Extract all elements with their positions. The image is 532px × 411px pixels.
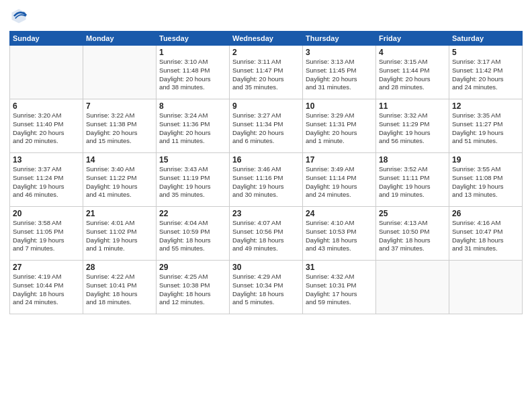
calendar-week-3: 13Sunrise: 3:37 AM Sunset: 11:24 PM Dayl… bbox=[10, 153, 523, 207]
day-number: 8 bbox=[159, 101, 226, 111]
day-info: Sunrise: 3:52 AM Sunset: 11:11 PM Daylig… bbox=[379, 165, 446, 199]
day-number: 28 bbox=[86, 263, 153, 272]
calendar-week-5: 27Sunrise: 4:19 AM Sunset: 10:44 PM Dayl… bbox=[10, 261, 523, 314]
day-info: Sunrise: 3:32 AM Sunset: 11:29 PM Daylig… bbox=[379, 111, 446, 146]
day-number: 26 bbox=[452, 209, 519, 218]
calendar-cell: 18Sunrise: 3:52 AM Sunset: 11:11 PM Dayl… bbox=[376, 153, 449, 207]
calendar-cell: 21Sunrise: 4:01 AM Sunset: 11:02 PM Dayl… bbox=[83, 207, 157, 261]
day-info: Sunrise: 3:55 AM Sunset: 11:08 PM Daylig… bbox=[452, 165, 519, 199]
calendar-cell bbox=[83, 46, 157, 99]
col-thursday: Thursday bbox=[303, 32, 376, 46]
day-info: Sunrise: 3:46 AM Sunset: 11:16 PM Daylig… bbox=[232, 165, 300, 199]
day-info: Sunrise: 4:25 AM Sunset: 10:38 PM Daylig… bbox=[159, 273, 226, 307]
day-number: 15 bbox=[159, 155, 226, 165]
day-number: 1 bbox=[159, 48, 226, 57]
day-number: 14 bbox=[86, 155, 153, 165]
calendar-week-2: 6Sunrise: 3:20 AM Sunset: 11:40 PM Dayli… bbox=[10, 99, 523, 153]
calendar-week-4: 20Sunrise: 3:58 AM Sunset: 11:05 PM Dayl… bbox=[10, 207, 523, 261]
day-info: Sunrise: 3:43 AM Sunset: 11:19 PM Daylig… bbox=[159, 165, 226, 199]
day-number: 22 bbox=[159, 209, 226, 218]
day-number: 20 bbox=[13, 209, 80, 218]
calendar-cell bbox=[449, 261, 523, 314]
calendar-cell: 12Sunrise: 3:35 AM Sunset: 11:27 PM Dayl… bbox=[449, 99, 523, 153]
calendar-cell: 16Sunrise: 3:46 AM Sunset: 11:16 PM Dayl… bbox=[230, 153, 303, 207]
day-number: 24 bbox=[306, 209, 373, 218]
calendar-cell: 28Sunrise: 4:22 AM Sunset: 10:41 PM Dayl… bbox=[83, 261, 157, 314]
calendar-table: Sunday Monday Tuesday Wednesday Thursday… bbox=[9, 31, 523, 314]
calendar-cell: 14Sunrise: 3:40 AM Sunset: 11:22 PM Dayl… bbox=[83, 153, 157, 207]
day-info: Sunrise: 4:07 AM Sunset: 10:56 PM Daylig… bbox=[232, 219, 300, 253]
day-info: Sunrise: 4:32 AM Sunset: 10:31 PM Daylig… bbox=[306, 273, 373, 307]
calendar-cell: 4Sunrise: 3:15 AM Sunset: 11:44 PM Dayli… bbox=[376, 46, 449, 99]
calendar-header-row: Sunday Monday Tuesday Wednesday Thursday… bbox=[10, 32, 523, 46]
calendar-cell: 7Sunrise: 3:22 AM Sunset: 11:38 PM Dayli… bbox=[83, 99, 157, 153]
day-info: Sunrise: 3:37 AM Sunset: 11:24 PM Daylig… bbox=[13, 165, 80, 199]
day-info: Sunrise: 4:22 AM Sunset: 10:41 PM Daylig… bbox=[86, 273, 153, 307]
col-tuesday: Tuesday bbox=[157, 32, 230, 46]
calendar-cell: 3Sunrise: 3:13 AM Sunset: 11:45 PM Dayli… bbox=[303, 46, 376, 99]
day-info: Sunrise: 4:19 AM Sunset: 10:44 PM Daylig… bbox=[13, 273, 80, 307]
day-number: 3 bbox=[306, 48, 373, 57]
day-number: 30 bbox=[232, 263, 300, 272]
calendar-cell: 9Sunrise: 3:27 AM Sunset: 11:34 PM Dayli… bbox=[230, 99, 303, 153]
page-header bbox=[9, 7, 523, 26]
calendar-cell: 26Sunrise: 4:16 AM Sunset: 10:47 PM Dayl… bbox=[449, 207, 523, 261]
day-number: 10 bbox=[306, 101, 373, 111]
col-wednesday: Wednesday bbox=[230, 32, 303, 46]
day-number: 2 bbox=[232, 48, 300, 57]
calendar-cell: 10Sunrise: 3:29 AM Sunset: 11:31 PM Dayl… bbox=[303, 99, 376, 153]
day-info: Sunrise: 3:24 AM Sunset: 11:36 PM Daylig… bbox=[159, 111, 226, 146]
day-info: Sunrise: 3:11 AM Sunset: 11:47 PM Daylig… bbox=[232, 58, 300, 92]
day-info: Sunrise: 3:29 AM Sunset: 11:31 PM Daylig… bbox=[306, 111, 373, 146]
day-info: Sunrise: 3:17 AM Sunset: 11:42 PM Daylig… bbox=[452, 58, 519, 92]
calendar-cell: 17Sunrise: 3:49 AM Sunset: 11:14 PM Dayl… bbox=[303, 153, 376, 207]
day-info: Sunrise: 3:10 AM Sunset: 11:48 PM Daylig… bbox=[159, 58, 226, 92]
day-number: 13 bbox=[13, 155, 80, 165]
calendar-cell: 19Sunrise: 3:55 AM Sunset: 11:08 PM Dayl… bbox=[449, 153, 523, 207]
calendar-cell: 11Sunrise: 3:32 AM Sunset: 11:29 PM Dayl… bbox=[376, 99, 449, 153]
day-info: Sunrise: 3:58 AM Sunset: 11:05 PM Daylig… bbox=[13, 219, 80, 253]
calendar-cell: 15Sunrise: 3:43 AM Sunset: 11:19 PM Dayl… bbox=[157, 153, 230, 207]
day-number: 31 bbox=[306, 263, 373, 272]
col-monday: Monday bbox=[83, 32, 157, 46]
logo bbox=[9, 7, 31, 26]
calendar-cell: 27Sunrise: 4:19 AM Sunset: 10:44 PM Dayl… bbox=[10, 261, 83, 314]
day-info: Sunrise: 4:29 AM Sunset: 10:34 PM Daylig… bbox=[232, 273, 300, 307]
calendar-cell: 8Sunrise: 3:24 AM Sunset: 11:36 PM Dayli… bbox=[157, 99, 230, 153]
day-info: Sunrise: 3:22 AM Sunset: 11:38 PM Daylig… bbox=[86, 111, 153, 146]
day-info: Sunrise: 3:15 AM Sunset: 11:44 PM Daylig… bbox=[379, 58, 446, 92]
day-info: Sunrise: 3:20 AM Sunset: 11:40 PM Daylig… bbox=[13, 111, 80, 146]
day-number: 6 bbox=[13, 101, 80, 111]
calendar-cell: 2Sunrise: 3:11 AM Sunset: 11:47 PM Dayli… bbox=[230, 46, 303, 99]
day-info: Sunrise: 3:40 AM Sunset: 11:22 PM Daylig… bbox=[86, 165, 153, 199]
col-friday: Friday bbox=[376, 32, 449, 46]
page-container: Sunday Monday Tuesday Wednesday Thursday… bbox=[0, 0, 532, 321]
day-info: Sunrise: 3:35 AM Sunset: 11:27 PM Daylig… bbox=[452, 111, 519, 146]
calendar-cell: 24Sunrise: 4:10 AM Sunset: 10:53 PM Dayl… bbox=[303, 207, 376, 261]
day-number: 25 bbox=[379, 209, 446, 218]
col-sunday: Sunday bbox=[10, 32, 83, 46]
day-number: 16 bbox=[232, 155, 300, 165]
calendar-cell: 25Sunrise: 4:13 AM Sunset: 10:50 PM Dayl… bbox=[376, 207, 449, 261]
calendar-cell: 1Sunrise: 3:10 AM Sunset: 11:48 PM Dayli… bbox=[157, 46, 230, 99]
calendar-cell: 29Sunrise: 4:25 AM Sunset: 10:38 PM Dayl… bbox=[157, 261, 230, 314]
day-info: Sunrise: 3:49 AM Sunset: 11:14 PM Daylig… bbox=[306, 165, 373, 199]
day-number: 5 bbox=[452, 48, 519, 57]
day-info: Sunrise: 4:16 AM Sunset: 10:47 PM Daylig… bbox=[452, 219, 519, 253]
calendar-cell bbox=[376, 261, 449, 314]
day-number: 17 bbox=[306, 155, 373, 165]
day-number: 11 bbox=[379, 101, 446, 111]
day-info: Sunrise: 4:04 AM Sunset: 10:59 PM Daylig… bbox=[159, 219, 226, 253]
day-number: 21 bbox=[86, 209, 153, 218]
day-info: Sunrise: 4:13 AM Sunset: 10:50 PM Daylig… bbox=[379, 219, 446, 253]
day-number: 4 bbox=[379, 48, 446, 57]
calendar-cell: 6Sunrise: 3:20 AM Sunset: 11:40 PM Dayli… bbox=[10, 99, 83, 153]
calendar-cell: 5Sunrise: 3:17 AM Sunset: 11:42 PM Dayli… bbox=[449, 46, 523, 99]
day-number: 19 bbox=[452, 155, 519, 165]
day-number: 29 bbox=[159, 263, 226, 272]
day-number: 9 bbox=[232, 101, 300, 111]
calendar-cell: 20Sunrise: 3:58 AM Sunset: 11:05 PM Dayl… bbox=[10, 207, 83, 261]
day-number: 18 bbox=[379, 155, 446, 165]
calendar-cell: 30Sunrise: 4:29 AM Sunset: 10:34 PM Dayl… bbox=[230, 261, 303, 314]
calendar-cell: 23Sunrise: 4:07 AM Sunset: 10:56 PM Dayl… bbox=[230, 207, 303, 261]
